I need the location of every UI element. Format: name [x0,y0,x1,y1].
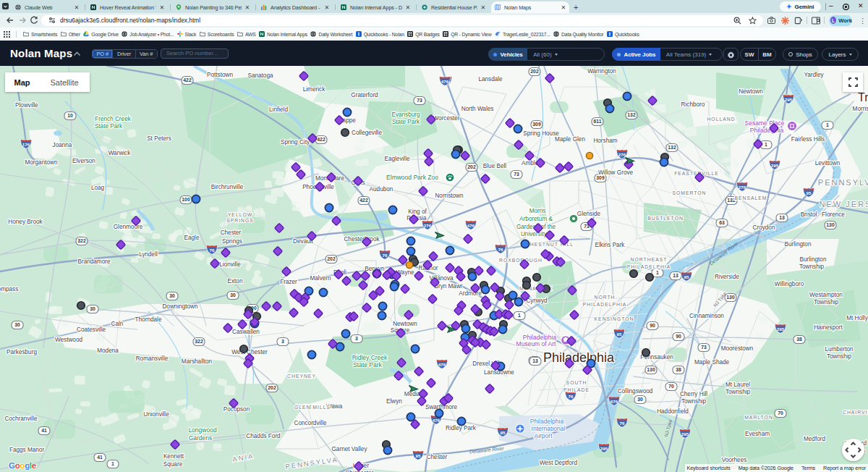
svg-text:Glenside: Glenside [577,211,601,217]
svg-text:73: 73 [514,172,519,177]
svg-text:95: 95 [416,453,421,458]
svg-text:Elkins Park: Elkins Park [595,242,626,248]
svg-text:Faggs Manor: Faggs Manor [9,447,45,453]
svg-text:MARLTON: MARLTON [744,415,773,420]
svg-text:Florence: Florence [822,211,845,218]
svg-text:Chester: Chester [427,454,448,460]
svg-text:13: 13 [532,358,538,363]
svg-text:PHILADE: PHILADE [563,387,590,392]
svg-text:Lyndell: Lyndell [139,251,158,258]
svg-text:Gardens: Gardens [189,434,213,442]
svg-text:Newtown: Newtown [739,88,763,95]
svg-text:International: International [532,425,566,432]
svg-text:HOLLAND: HOLLAND [707,117,735,122]
svg-text:NORTHEAST: NORTHEAST [631,257,668,262]
svg-text:Eagleville: Eagleville [384,156,409,162]
svg-text:Philadelphia: Philadelphia [543,350,615,365]
svg-text:30: 30 [90,306,95,311]
svg-text:PHILADELPHIA: PHILADELPHIA [627,264,671,269]
svg-text:Morgantown: Morgantown [25,159,58,166]
svg-text:70: 70 [778,410,783,416]
svg-text:Loag: Loag [91,185,105,191]
svg-text:Burlington: Burlington [800,256,827,263]
svg-text:Caswallen: Caswallen [232,329,260,335]
svg-text:322: 322 [195,339,203,344]
svg-text:Riverside: Riverside [715,274,740,280]
svg-text:422: 422 [359,198,368,203]
svg-text:30: 30 [14,322,20,327]
svg-text:30: 30 [169,293,175,298]
svg-text:611: 611 [594,119,602,124]
svg-text:Township: Township [799,264,825,270]
svg-text:130: 130 [726,295,735,300]
svg-text:Marshallton: Marshallton [182,358,213,365]
svg-text:PHILADELPHIA: PHILADELPHIA [583,302,627,307]
svg-text:Lionville: Lionville [219,261,241,268]
svg-text:Plowville: Plowville [15,102,38,109]
svg-text:Medford: Medford [804,436,825,442]
svg-text:Spring City: Spring City [281,139,310,146]
svg-text:3: 3 [281,339,284,344]
svg-text:Limerick: Limerick [303,86,326,93]
svg-text:King of: King of [408,208,427,215]
svg-text:76: 76 [383,253,388,258]
svg-text:Sesame Place: Sesame Place [745,119,785,127]
svg-text:73: 73 [701,345,707,350]
svg-text:Levittown: Levittown [815,160,841,167]
svg-text:Joanna: Joanna [53,142,72,148]
svg-text:Longwood: Longwood [188,426,217,434]
svg-text:Audubon: Audubon [370,186,393,193]
svg-text:Frazer: Frazer [280,279,297,285]
svg-text:Township: Township [726,389,751,395]
svg-text:95: 95 [807,190,812,195]
svg-text:Springs: Springs [222,238,242,245]
svg-text:Richboro: Richboro [681,101,705,108]
svg-text:202: 202 [268,385,276,390]
svg-text:95: 95 [617,332,622,337]
svg-text:State Park: State Park [392,119,420,125]
svg-text:Evansburg: Evansburg [391,111,420,118]
svg-text:SOMERTON: SOMERTON [672,190,706,195]
svg-text:Worcester: Worcester [433,115,459,122]
svg-text:76: 76 [498,247,503,252]
svg-text:Blue Bell: Blue Bell [483,163,506,169]
svg-text:Concordville: Concordville [294,420,326,426]
svg-text:Bristol: Bristol [801,211,817,218]
svg-text:Pocopson: Pocopson [224,406,250,413]
svg-text:Cinnaminson: Cinnaminson [689,313,724,319]
svg-text:422: 422 [183,77,192,83]
svg-text:CHEYNEY: CHEYNEY [287,374,316,379]
svg-text:476: 476 [467,223,475,228]
svg-text:30: 30 [230,292,236,298]
svg-text:132: 132 [668,145,676,150]
svg-text:Collegeville: Collegeville [352,130,382,136]
svg-text:Warwick: Warwick [109,150,132,156]
svg-text:41: 41 [41,428,47,433]
svg-text:Chester: Chester [221,229,242,236]
svg-text:Warrington: Warrington [587,68,616,75]
svg-text:Kennett: Kennett [163,453,184,460]
svg-text:309: 309 [596,175,605,180]
svg-text:Airport: Airport [534,432,553,439]
svg-text:276: 276 [618,152,626,157]
svg-text:Norristown: Norristown [435,193,464,199]
svg-text:Westwood: Westwood [55,337,83,343]
svg-text:Media: Media [404,391,421,397]
svg-text:Glenmoore: Glenmoore [114,224,143,230]
svg-text:476: 476 [433,418,441,423]
svg-text:Thorndale: Thorndale [135,316,162,323]
svg-text:Lansdale: Lansdale [478,76,503,83]
svg-text:Newtown: Newtown [393,321,417,327]
svg-text:CHAIRVILL: CHAIRVILL [843,410,868,415]
svg-text:Arboretum &: Arboretum & [519,216,553,222]
svg-text:676: 676 [610,399,618,404]
svg-text:Chadds Ford: Chadds Ford [246,433,281,439]
svg-text:Voorhees: Voorhees [722,457,747,463]
svg-text:38: 38 [796,337,802,342]
svg-text:100: 100 [182,197,190,202]
svg-text:Parkesburg: Parkesburg [7,349,37,355]
svg-text:Eagle: Eagle [184,235,200,241]
svg-text:SPRINGS: SPRINGS [226,218,254,223]
svg-text:KENSINGTON: KENSINGTON [595,316,634,321]
svg-text:NEW JERS: NEW JERS [820,200,868,208]
